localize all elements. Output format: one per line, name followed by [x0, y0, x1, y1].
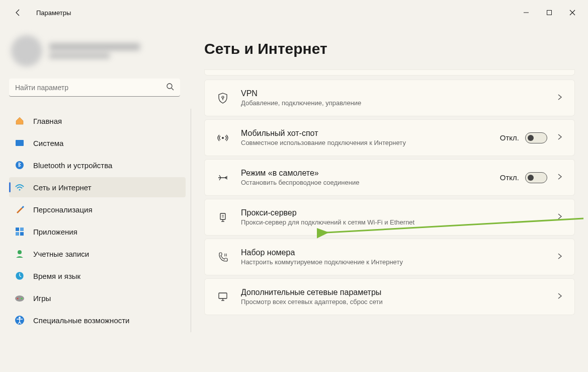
nav-label: Персонализация [33, 205, 93, 214]
chevron-right-icon [556, 94, 563, 103]
nav-label: Bluetooth и устройства [33, 161, 112, 170]
card-proxy[interactable]: Прокси-сервер Прокси-сервер для подключе… [204, 199, 575, 236]
minimize-button[interactable] [515, 5, 538, 21]
chevron-right-icon [556, 213, 563, 222]
svg-rect-10 [20, 232, 24, 236]
card-title: Режим «в самолете» [241, 169, 500, 178]
nav-item-bluetooth[interactable]: Bluetooth и устройства [9, 155, 186, 175]
nav-label: Игры [33, 294, 51, 303]
svg-point-16 [21, 298, 23, 300]
card-title: Дополнительные сетевые параметры [241, 288, 556, 297]
card-title: VPN [241, 89, 556, 98]
card-subtitle: Прокси-сервер для подключений к сетям Wi… [241, 218, 556, 226]
profile-email [49, 53, 110, 58]
nav-item-accessibility[interactable]: Специальные возможности [9, 310, 186, 330]
nav-label: Главная [33, 117, 62, 125]
accessibility-icon [14, 315, 25, 326]
svg-rect-7 [16, 228, 19, 231]
chevron-right-icon [556, 292, 563, 302]
hotspot-icon [216, 131, 230, 145]
svg-point-19 [222, 96, 224, 98]
globe-clock-icon [14, 270, 25, 281]
svg-line-3 [172, 88, 174, 90]
card-hotspot[interactable]: Мобильный хот-спот Совместное использова… [204, 119, 575, 156]
person-icon [14, 248, 25, 259]
card-subtitle: Добавление, подключение, управление [241, 99, 556, 107]
card-title: Мобильный хот-спот [241, 129, 500, 138]
chevron-right-icon [556, 173, 563, 182]
system-icon [14, 137, 25, 148]
svg-rect-31 [219, 293, 227, 299]
nav-item-personalization[interactable]: Персонализация [9, 199, 186, 219]
svg-point-27 [224, 254, 225, 255]
proxy-icon [216, 210, 230, 225]
close-button[interactable] [561, 5, 584, 21]
profile-block[interactable] [9, 30, 191, 79]
hotspot-toggle[interactable] [525, 132, 547, 143]
monitor-network-icon [216, 290, 230, 304]
maximize-button[interactable] [538, 5, 561, 21]
svg-point-29 [224, 255, 225, 256]
toggle-state-label: Откл. [500, 173, 519, 182]
nav-label: Сеть и Интернет [33, 183, 92, 192]
home-icon [14, 115, 25, 126]
main-content: Сеть и Интернет VPN Добавление, подключе… [191, 25, 588, 372]
titlebar: Параметры [0, 0, 588, 25]
nav-label: Учетные записи [33, 250, 89, 258]
search-input[interactable] [9, 79, 180, 97]
back-button[interactable] [8, 3, 28, 23]
svg-point-18 [19, 317, 21, 319]
wifi-icon [14, 182, 25, 193]
card-subtitle: Совместное использование подключения к И… [241, 139, 500, 146]
maximize-icon [546, 10, 552, 16]
nav-label: Специальные возможности [33, 316, 130, 325]
card-dialup[interactable]: Набор номера Настроить коммутируемое под… [204, 239, 575, 275]
nav-item-accounts[interactable]: Учетные записи [9, 244, 186, 264]
minimize-icon [523, 10, 529, 16]
chevron-right-icon [556, 133, 563, 142]
search-icon [166, 83, 174, 93]
svg-rect-8 [20, 228, 24, 231]
svg-rect-4 [16, 140, 24, 146]
nav-list: Главная Система Bluetooth и устройства С… [9, 109, 191, 332]
brush-icon [14, 204, 25, 215]
svg-rect-1 [547, 11, 552, 15]
nav-item-gaming[interactable]: Игры [9, 288, 186, 308]
nav-item-apps[interactable]: Приложения [9, 221, 186, 242]
svg-point-2 [167, 84, 172, 89]
card-subtitle: Просмотр всех сетевых адаптеров, сброс с… [241, 298, 556, 306]
window-controls [515, 5, 584, 21]
svg-point-11 [18, 250, 22, 254]
nav-item-time-language[interactable]: Время и язык [9, 266, 186, 286]
svg-point-21 [222, 137, 224, 139]
card-title: Набор номера [241, 248, 556, 257]
airplane-icon [216, 171, 230, 185]
nav-label: Приложения [33, 228, 77, 236]
phone-icon [216, 250, 230, 264]
svg-point-6 [19, 189, 21, 191]
card-subtitle: Настроить коммутируемое подключение к Ин… [241, 258, 556, 266]
arrow-left-icon [14, 9, 22, 17]
nav-item-system[interactable]: Система [9, 133, 186, 153]
nav-label: Система [33, 139, 63, 147]
toggle-state-label: Откл. [500, 133, 519, 142]
shield-key-icon [216, 91, 230, 105]
svg-rect-22 [220, 213, 225, 219]
svg-point-30 [226, 255, 227, 256]
airplane-toggle[interactable] [525, 172, 547, 183]
previous-card-edge[interactable] [204, 69, 575, 76]
nav-item-home[interactable]: Главная [9, 111, 186, 131]
card-vpn[interactable]: VPN Добавление, подключение, управление [204, 80, 575, 116]
nav-item-network[interactable]: Сеть и Интернет [9, 177, 186, 197]
close-icon [569, 10, 575, 16]
page-title: Сеть и Интернет [204, 40, 575, 57]
svg-rect-9 [16, 232, 19, 236]
profile-name [49, 43, 140, 50]
svg-point-14 [15, 295, 24, 302]
card-advanced-network[interactable]: Дополнительные сетевые параметры Просмот… [204, 278, 575, 315]
window-title: Параметры [36, 9, 71, 17]
sidebar: Главная Система Bluetooth и устройства С… [0, 25, 191, 372]
card-airplane[interactable]: Режим «в самолете» Остановить беспроводн… [204, 159, 575, 196]
card-subtitle: Остановить беспроводное соединение [241, 179, 500, 186]
avatar [11, 35, 42, 66]
